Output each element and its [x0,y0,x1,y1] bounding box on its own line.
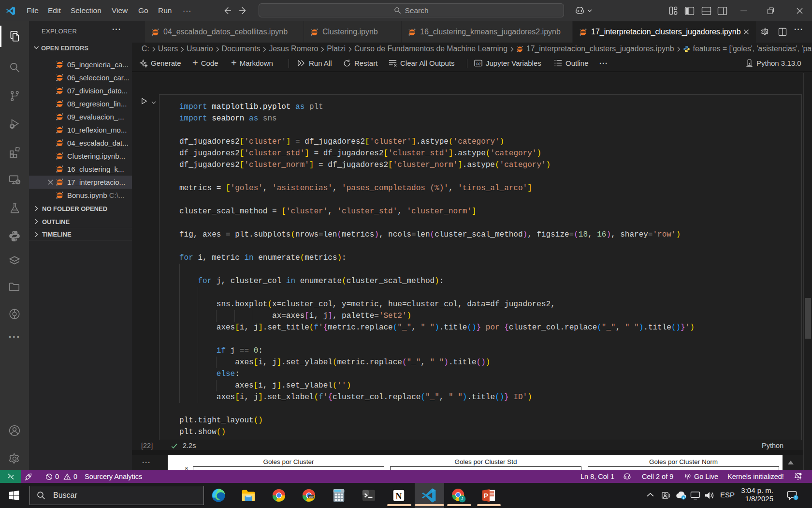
svg-text:(x): (x) [476,61,480,66]
svg-text:N: N [396,492,402,501]
svg-text:Dev: Dev [309,495,314,498]
svg-text:i: i [683,496,684,500]
svg-text:J: J [461,496,463,501]
svg-text:1: 1 [795,495,797,500]
svg-text:P: P [484,492,488,499]
